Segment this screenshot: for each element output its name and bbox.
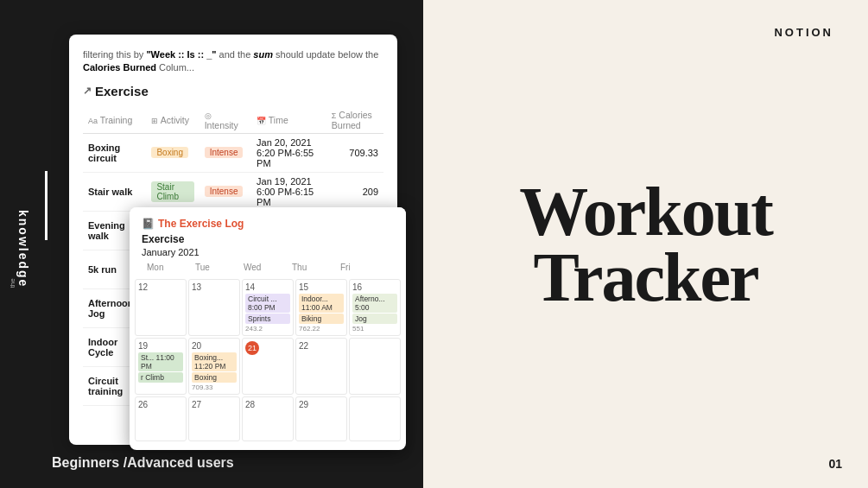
calendar-days-header: Mon Tue Wed Thu Fri	[142, 263, 394, 272]
cal-day-19: 19 St... 11:00 PM r Climb	[135, 338, 187, 395]
calendar-week-3: 26 27 28 29	[135, 396, 401, 441]
cal-event: Biking	[299, 314, 344, 324]
cal-day-23	[349, 338, 401, 395]
cal-event: r Climb	[138, 372, 183, 383]
exercise-table-title: ↗ Exercise	[83, 84, 383, 98]
cal-event: Sprints	[245, 314, 290, 324]
workout-title-line2: Tracker	[519, 244, 772, 310]
filter-description: filtering this by "Week :: Is :: _" and …	[83, 48, 383, 75]
workout-tracker-title: Workout Tracker	[519, 179, 772, 310]
calendar-exercise-label: Exercise	[142, 233, 394, 245]
cal-event: Boxing	[192, 372, 237, 383]
time-value: Jan 19, 2021 6:00 PM-6:15 PM	[251, 172, 326, 211]
calendar-week-1: 12 13 14 Circuit ... 8:00 PM Sprints 243…	[135, 279, 401, 336]
cal-day-13: 13	[188, 279, 240, 336]
main-content: filtering this by "Week :: Is :: _" and …	[60, 26, 397, 462]
cal-day-14: 14 Circuit ... 8:00 PM Sprints 243.2	[242, 279, 294, 336]
cal-day-27: 27	[188, 396, 240, 441]
cal-event: Circuit ... 8:00 PM	[245, 294, 290, 313]
activity-tag: Boxing	[146, 133, 199, 172]
cal-calories: 762.22	[299, 325, 344, 333]
cal-event: Boxing... 11:20 PM	[192, 352, 237, 371]
cal-event: Jog	[352, 314, 397, 324]
calendar-header: 📓 The Exercise Log Exercise January 2021…	[130, 207, 406, 279]
calories-value: 709.33	[326, 133, 383, 172]
time-value: Jan 20, 2021 6:20 PM-6:55 PM	[251, 133, 326, 172]
left-panel: the knowledge filtering this by "Week ::…	[0, 0, 423, 488]
cal-day-20: 20 Boxing... 11:20 PM Boxing 709.33	[188, 338, 240, 395]
training-name: Stair walk	[83, 172, 146, 211]
cal-day-16: 16 Afterno... 5:00 Jog 551	[349, 279, 401, 336]
right-panel: NOTION Workout Tracker 01	[423, 0, 868, 488]
cal-day-12: 12	[135, 279, 187, 336]
vertical-divider	[45, 171, 48, 240]
col-activity: ⊞ Activity	[146, 107, 199, 134]
sidebar-branding: the knowledge	[9, 210, 30, 288]
title-arrow: ↗	[83, 85, 92, 97]
activity-tag: Stair Climb	[146, 172, 199, 211]
page-number: 01	[828, 457, 842, 471]
cal-day-26: 26	[135, 396, 187, 441]
calendar-log-title: 📓 The Exercise Log	[142, 218, 394, 230]
table-row: Stair walk Stair Climb Intense Jan 19, 2…	[83, 172, 383, 211]
cal-day-30	[349, 396, 401, 441]
cal-event: Afterno... 5:00	[352, 294, 397, 313]
cal-day-15: 15 Indoor... 11:00 AM Biking 762.22	[295, 279, 347, 336]
cal-event: Indoor... 11:00 AM	[299, 294, 344, 313]
cal-day-28: 28	[242, 396, 294, 441]
knowledge-label: knowledge	[16, 210, 30, 288]
table-row: Boxing circuit Boxing Intense Jan 20, 20…	[83, 133, 383, 172]
calendar-card: 📓 The Exercise Log Exercise January 2021…	[130, 207, 406, 450]
workout-title-line1: Workout	[519, 179, 772, 244]
cal-calories: 243.2	[245, 325, 290, 333]
intensity-tag: Intense	[200, 172, 251, 211]
the-label: the	[9, 212, 16, 288]
notion-brand-label: NOTION	[774, 26, 833, 39]
notebook-icon: 📓	[142, 218, 155, 230]
col-training: Aa Training	[83, 107, 146, 134]
calories-value: 209	[326, 172, 383, 211]
intensity-tag: Intense	[200, 133, 251, 172]
cal-calories: 551	[352, 325, 397, 333]
training-name: Boxing circuit	[83, 133, 146, 172]
calendar-grid: 12 13 14 Circuit ... 8:00 PM Sprints 243…	[130, 279, 406, 450]
bottom-tagline: Beginners /Advanced users	[52, 455, 234, 471]
cal-day-21: 21	[242, 338, 294, 395]
col-time: 📅 Time	[251, 107, 326, 134]
col-calories: Σ Calories Burned	[326, 107, 383, 134]
cal-calories: 709.33	[192, 383, 237, 391]
col-intensity: ◎ Intensity	[200, 107, 251, 134]
cal-day-22: 22	[295, 338, 347, 395]
calendar-week-2: 19 St... 11:00 PM r Climb 20 Boxing... 1…	[135, 338, 401, 395]
cal-event: St... 11:00 PM	[138, 352, 183, 371]
cal-day-29: 29	[295, 396, 347, 441]
calendar-month: January 2021	[142, 247, 394, 257]
